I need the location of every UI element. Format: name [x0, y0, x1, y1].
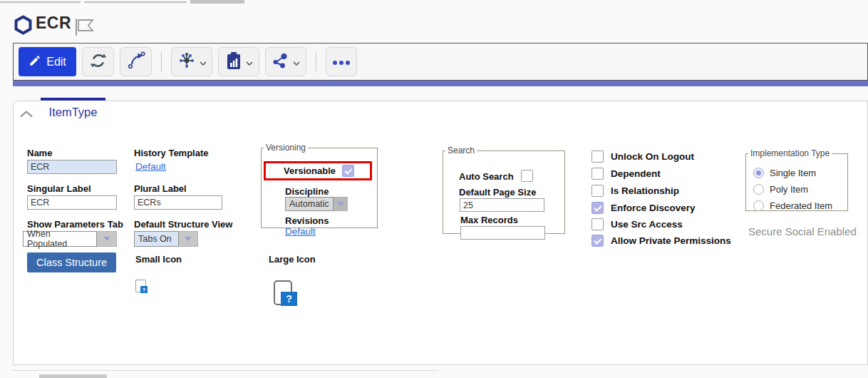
search-group: Search Auto Search Default Page Size Max… [443, 145, 565, 234]
radio-row: Poly Item [753, 184, 808, 195]
flag-row: Enforce Discovery [591, 202, 696, 214]
federated-item-label: Federated Item [770, 200, 832, 211]
share-menu-button[interactable] [265, 47, 306, 76]
small-icon-label: Small Icon [135, 254, 182, 265]
plural-label-input[interactable] [134, 195, 222, 210]
singular-label: Singular Label [27, 183, 91, 194]
show-parameters-tab-label: Show Parameters Tab [27, 219, 123, 230]
dropdown-arrow-button[interactable] [179, 231, 198, 247]
federated-item-radio[interactable] [753, 200, 764, 211]
structure-menu-button[interactable] [171, 47, 212, 76]
radio-row: Single Item [753, 168, 816, 178]
show-parameters-dropdown[interactable]: When Populated [23, 231, 117, 247]
revisions-label: Revisions [285, 215, 329, 226]
small-icon-placeholder-icon[interactable]: ? [135, 280, 146, 292]
auto-search-label: Auto Search [459, 171, 514, 182]
is-relationship-checkbox[interactable] [591, 185, 604, 197]
single-item-label: Single Item [770, 168, 816, 178]
toolbar: Edit [13, 43, 868, 81]
large-icon-placeholder-icon[interactable]: ? [274, 280, 292, 305]
search-legend: Search [445, 145, 477, 155]
chevron-down-icon [293, 56, 300, 68]
more-actions-button[interactable] [326, 47, 357, 76]
top-tab-edge [0, 1, 81, 3]
accent-bar [13, 81, 868, 86]
enforce-discovery-checkbox[interactable] [591, 202, 604, 214]
versioning-group: Versioning Versionable Discipline Automa… [261, 143, 378, 228]
triangle-down-icon [185, 237, 192, 241]
allow-private-permissions-checkbox[interactable] [591, 235, 604, 247]
radio-row: Federated Item [753, 200, 832, 211]
history-template-link[interactable]: Default [135, 161, 166, 172]
bottom-panel-edge [11, 370, 438, 371]
max-records-input[interactable] [460, 226, 545, 240]
discipline-value: Automatic [285, 197, 334, 211]
flag-row: Unlock On Logout [591, 150, 694, 163]
unlock-on-logout-label: Unlock On Logout [611, 151, 694, 162]
class-structure-button[interactable]: Class Structure [27, 252, 116, 272]
triangle-down-icon [337, 202, 344, 206]
use-src-access-checkbox[interactable] [591, 218, 604, 230]
structure-view-value: Tabs On [134, 231, 179, 247]
toolbar-separator [316, 52, 316, 72]
bottom-tab-edge [39, 374, 107, 378]
unlock-on-logout-checkbox[interactable] [591, 150, 604, 163]
is-relationship-label: Is Relationship [611, 185, 679, 196]
large-icon-label: Large Icon [269, 254, 316, 265]
pencil-icon [29, 54, 41, 70]
promote-button[interactable] [120, 47, 152, 76]
implementation-type-group: Implementation Type Single Item Poly Ite… [745, 148, 848, 211]
enforce-discovery-label: Enforce Discovery [611, 203, 696, 213]
flag-row: Allow Private Permissions [591, 235, 731, 247]
revisions-link[interactable]: Default [285, 226, 316, 237]
app-logo-hexagon-icon [14, 15, 32, 38]
question-badge-icon: ? [140, 286, 148, 293]
name-input[interactable] [27, 160, 117, 174]
dropdown-arrow-button[interactable] [97, 231, 117, 247]
default-structure-view-label: Default Structure View [134, 219, 232, 230]
flag-row: Is Relationship [591, 185, 679, 197]
max-records-label: Max Records [460, 215, 518, 225]
curved-arrow-icon [127, 51, 145, 73]
top-tab-edge [84, 1, 187, 3]
name-label: Name [27, 148, 52, 158]
collapse-chevron-up-icon[interactable] [20, 108, 33, 121]
reports-menu-button[interactable] [218, 47, 259, 76]
refresh-icon [90, 52, 107, 72]
use-src-access-label: Use Src Access [611, 219, 683, 230]
edit-button[interactable]: Edit [19, 47, 76, 76]
edit-button-label: Edit [46, 56, 66, 68]
secure-social-enabled-text: Secure Social Enabled [748, 225, 857, 237]
dependent-checkbox[interactable] [591, 168, 604, 180]
toolbar-separator [161, 52, 162, 72]
triangle-down-icon [103, 237, 110, 241]
implementation-type-legend: Implementation Type [748, 148, 832, 158]
chevron-down-icon [246, 56, 253, 68]
question-badge-icon: ? [281, 292, 297, 306]
dropdown-arrow-button [334, 197, 348, 211]
highlight-box [264, 161, 372, 180]
discipline-label: Discipline [285, 186, 329, 197]
show-parameters-value: When Populated [23, 231, 97, 247]
top-tab-edge [190, 0, 244, 4]
refresh-button[interactable] [82, 47, 114, 76]
auto-search-checkbox[interactable] [521, 170, 533, 182]
ellipsis-icon [332, 56, 351, 68]
poly-item-label: Poly Item [770, 184, 808, 195]
poly-item-radio[interactable] [753, 184, 764, 195]
clipboard-chart-icon [225, 51, 242, 73]
versioning-legend: Versioning [264, 143, 308, 153]
tab-itemtype[interactable]: ItemType [41, 98, 105, 126]
flag-row: Use Src Access [591, 218, 683, 230]
structure-view-dropdown[interactable]: Tabs On [134, 231, 198, 247]
network-hub-icon [177, 52, 196, 72]
history-template-label: History Template [134, 148, 209, 158]
single-item-radio[interactable] [753, 168, 764, 178]
dependent-label: Dependent [611, 168, 661, 179]
flag-icon[interactable] [74, 17, 94, 40]
allow-private-permissions-label: Allow Private Permissions [611, 235, 731, 246]
share-icon [272, 52, 289, 72]
default-page-size-input[interactable] [460, 198, 544, 212]
discipline-dropdown[interactable]: Automatic [285, 197, 348, 211]
singular-label-input[interactable] [27, 195, 117, 210]
